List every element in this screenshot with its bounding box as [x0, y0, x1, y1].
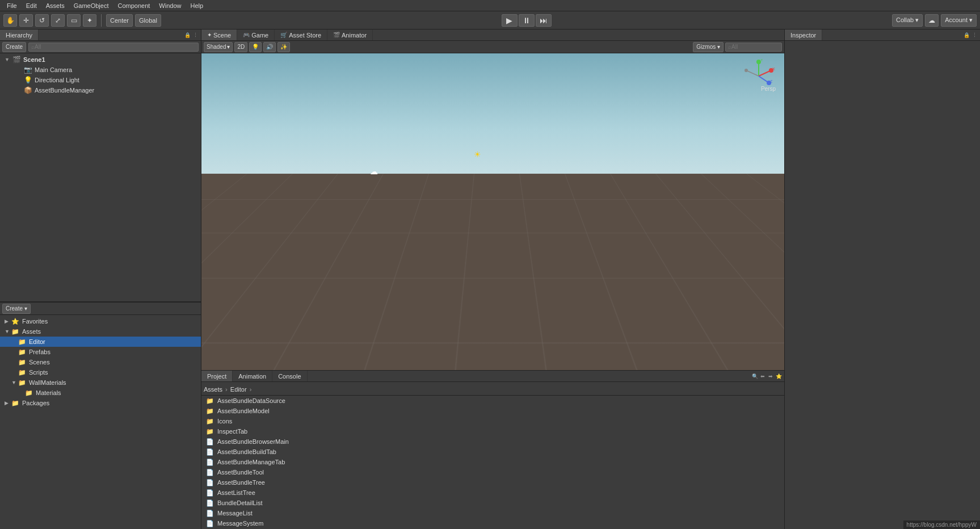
inspector-menu-icon[interactable]: ⋮ [971, 32, 978, 39]
abtree-icon: 📄 [206, 479, 215, 486]
menu-edit[interactable]: Edit [22, 1, 41, 10]
packages-icon: 📁 [11, 400, 20, 407]
asset-item-ms[interactable]: 📄 MessageSystem [201, 518, 784, 528]
separator-1 [101, 14, 102, 27]
tab-console[interactable]: Console [272, 371, 307, 381]
hierarchy-tab[interactable]: Hierarchy [0, 30, 39, 40]
tab-asset-store[interactable]: 🛒 Asset Store [275, 30, 327, 40]
asset-item-inspect[interactable]: 📁 InspectTab [201, 426, 784, 436]
folder-scripts[interactable]: 📁 Scripts [0, 367, 201, 377]
favorites-label: Favorites [22, 318, 48, 325]
hierarchy-item-abm[interactable]: 📦 AssetBundleManager [0, 85, 201, 95]
scene-tab-label: Scene [213, 32, 231, 39]
project-nav-back[interactable]: ⬅ [759, 373, 766, 380]
tool-move[interactable]: ✛ [19, 14, 33, 27]
audio-button[interactable]: 🔊 [263, 42, 276, 52]
tab-project[interactable]: Project [201, 371, 233, 381]
inspector-tab[interactable]: Inspector [785, 30, 822, 40]
shaded-arrow: ▾ [227, 44, 230, 50]
scene-search-input[interactable] [725, 43, 782, 52]
asset-item-abt[interactable]: 📄 AssetBundleTool [201, 467, 784, 477]
hierarchy-menu-icon[interactable]: ⋮ [192, 32, 199, 39]
tool-transform[interactable]: ✦ [83, 14, 96, 27]
tool-rotate[interactable]: ↺ [35, 14, 49, 27]
menu-window[interactable]: Window [154, 1, 186, 10]
2d-label: 2D [237, 44, 245, 50]
icons-icon: 📁 [206, 418, 215, 425]
abm-icon: 📁 [206, 408, 215, 415]
folder-editor[interactable]: 📁 Editor [0, 337, 201, 347]
hierarchy-item-camera[interactable]: 📷 Main Camera [0, 65, 201, 75]
asset-item-alt[interactable]: 📄 AssetListTree [201, 488, 784, 498]
asset-item-abds[interactable]: 📁 AssetBundleDataSource [201, 396, 784, 406]
lights-button[interactable]: 💡 [249, 42, 262, 52]
menu-gameobject[interactable]: GameObject [69, 1, 113, 10]
folder-scenes[interactable]: 📁 Scenes [0, 357, 201, 367]
abmt-label: AssetBundleManageTab [217, 459, 285, 465]
folder-materials[interactable]: 📁 Materials [0, 388, 201, 398]
menu-file[interactable]: File [2, 1, 22, 10]
folder-favorites[interactable]: ▶ ⭐ Favorites [0, 316, 201, 326]
menu-assets[interactable]: Assets [41, 1, 69, 10]
asset-item-ml[interactable]: 📄 MessageList [201, 508, 784, 518]
asset-item-icons[interactable]: 📁 Icons [201, 416, 784, 426]
asset-item-bdl[interactable]: 📄 BundleDetailList [201, 498, 784, 508]
asset-store-tab-label: Asset Store [289, 32, 321, 39]
folder-packages[interactable]: ▶ 📁 Packages [0, 398, 201, 408]
fx-button[interactable]: ✨ [277, 42, 290, 52]
menu-help[interactable]: Help [186, 1, 208, 10]
cloud-icon: ☁ [370, 167, 378, 176]
folder-prefabs[interactable]: 📁 Prefabs [0, 347, 201, 357]
breadcrumb-editor[interactable]: Editor [230, 386, 247, 393]
tool-hand[interactable]: ✋ [3, 14, 17, 27]
scene-tabs: ✦ Scene 🎮 Game 🛒 Asset Store 🎬 Animator [201, 30, 784, 41]
hierarchy-create-button[interactable]: Create [2, 42, 26, 52]
menu-component[interactable]: Component [113, 1, 154, 10]
project-lock-icon[interactable]: ⭐ [775, 373, 782, 380]
tool-scale[interactable]: ⤢ [51, 14, 65, 27]
step-button[interactable]: ⏭ [536, 14, 552, 27]
scene-viewport[interactable]: ☀ ☁ Y X [201, 53, 784, 370]
project-search-icon[interactable]: 🔍 [751, 373, 758, 380]
collab-button[interactable]: Collab ▾ [892, 14, 923, 27]
main-layout: Hierarchy 🔒 ⋮ Create ▼ 🎬 Scene1 [0, 30, 980, 529]
wallmaterials-icon: 📁 [18, 379, 27, 387]
center-button[interactable]: Center [106, 14, 133, 27]
tool-rect[interactable]: ▭ [67, 14, 81, 27]
asset-item-abbm[interactable]: 📄 AssetBundleBrowserMain [201, 436, 784, 447]
abbt-label: AssetBundleBuildTab [217, 448, 276, 455]
folder-wallmaterials[interactable]: ▼ 📁 WallMaterials [0, 377, 201, 388]
hierarchy-toolbar: Create [0, 41, 201, 53]
asset-item-abbt[interactable]: 📄 AssetBundleBuildTab [201, 447, 784, 457]
folder-assets[interactable]: ▼ 📁 Assets [0, 326, 201, 337]
gizmo-widget[interactable]: Y X Z Persp [742, 59, 776, 93]
tab-animation[interactable]: Animation [233, 371, 272, 381]
play-button[interactable]: ▶ [502, 14, 518, 27]
hierarchy-scene[interactable]: ▼ 🎬 Scene1 [0, 54, 201, 65]
shaded-select[interactable]: Shaded ▾ [204, 42, 233, 52]
project-tabs: Project Animation Console 🔍 ⬅ ➡ ⭐ [201, 371, 784, 382]
hierarchy-item-light[interactable]: 💡 Directional Light [0, 75, 201, 85]
cloud-button[interactable]: ☁ [925, 14, 939, 27]
asset-item-abm[interactable]: 📁 AssetBundleModel [201, 406, 784, 416]
breadcrumb-sep: › [224, 386, 230, 393]
pause-button[interactable]: ⏸ [519, 14, 535, 27]
svg-text:Y: Y [760, 59, 763, 62]
asset-item-abtree[interactable]: 📄 AssetBundleTree [201, 477, 784, 488]
gizmos-button[interactable]: Gizmos ▾ [693, 42, 724, 52]
hierarchy-lock-icon[interactable]: 🔒 [184, 32, 191, 39]
breadcrumb-assets[interactable]: Assets [204, 386, 222, 393]
asset-item-abmt[interactable]: 📄 AssetBundleManageTab [201, 457, 784, 467]
project-nav-fwd[interactable]: ➡ [767, 373, 774, 380]
account-button[interactable]: Account ▾ [941, 14, 977, 27]
inspector-lock-icon[interactable]: 🔒 [963, 32, 970, 39]
scene-arrow: ▼ [5, 57, 12, 62]
global-button[interactable]: Global [135, 14, 161, 27]
2d-button[interactable]: 2D [234, 42, 247, 52]
tab-animator[interactable]: 🎬 Animator [327, 30, 373, 40]
tab-game[interactable]: 🎮 Game [237, 30, 275, 40]
project-create-button[interactable]: Create ▾ [2, 304, 31, 314]
tab-scene[interactable]: ✦ Scene [201, 30, 237, 40]
hierarchy-search-input[interactable] [28, 43, 199, 52]
menu-bar: File Edit Assets GameObject Component Wi… [0, 0, 980, 11]
